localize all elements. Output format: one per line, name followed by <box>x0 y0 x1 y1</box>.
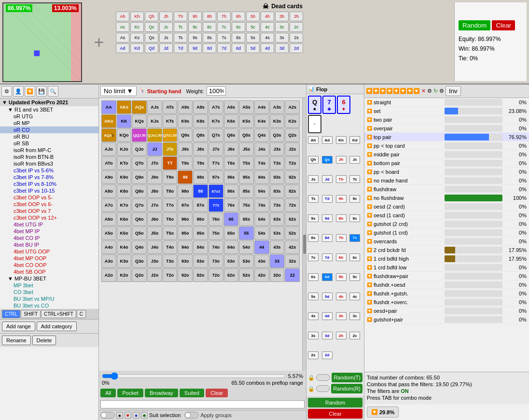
cell-95o[interactable]: 95o <box>178 226 193 240</box>
range-slider[interactable] <box>102 374 286 378</box>
card-js[interactable]: Js <box>159 33 173 42</box>
card-kh[interactable]: Kh <box>130 12 144 21</box>
card-3h[interactable]: 3h <box>275 12 289 21</box>
refresh-icon[interactable]: ↻ <box>433 88 438 94</box>
card-4s[interactable]: 4s <box>261 33 274 42</box>
cell-75s[interactable]: 75s <box>239 198 254 212</box>
mini-card-7h[interactable]: 7h <box>336 234 347 242</box>
cell-a9s[interactable]: A9s <box>178 100 193 114</box>
user-icon[interactable]: 👤 <box>13 86 24 97</box>
tree-node-c3bet-ip-7[interactable]: c3bet IP vs 7-8% <box>0 174 98 181</box>
card-6c[interactable]: 6c <box>232 22 245 32</box>
cell-q9s[interactable]: Q9s <box>178 128 193 142</box>
card-3d[interactable]: 3d <box>275 43 289 53</box>
mini-card-9d[interactable]: 9d <box>322 214 333 222</box>
tree-node-or-bu[interactable]: oR BU <box>0 133 98 140</box>
card-8h[interactable]: 8h <box>203 12 216 21</box>
cell-65o[interactable]: 65o <box>224 226 239 240</box>
mini-card-9h[interactable]: 9h <box>336 195 347 203</box>
cell-j9s[interactable]: J9s <box>178 142 193 156</box>
cell-95s[interactable]: 95s <box>239 170 254 184</box>
cell-t4o[interactable]: T4o <box>163 240 178 254</box>
mini-card-5c[interactable]: 5c <box>349 273 360 281</box>
cell-aqs[interactable]: AQs <box>132 100 147 114</box>
mini-card-4c[interactable]: 4c <box>349 293 360 300</box>
cell-q8o[interactable]: Q8o <box>132 184 147 198</box>
card-qd[interactable]: Qd <box>145 43 158 53</box>
cell-q7s[interactable]: Q7s <box>209 128 223 142</box>
mini-card-kd[interactable]: Kd <box>349 136 360 144</box>
cell-a9o[interactable]: A9o <box>101 170 116 184</box>
mini-card-6s[interactable]: 6s <box>308 273 319 281</box>
cell-73s[interactable]: 73s <box>270 198 285 212</box>
cell-a8o[interactable]: A8o <box>101 184 116 198</box>
tree-node-bu3bet-co[interactable]: BU 3bet vs CO <box>0 302 98 309</box>
cell-88[interactable]: 88 <box>193 184 208 198</box>
cell-k9o[interactable]: K9o <box>117 170 132 184</box>
filter-badge[interactable]: 🔽 29.8% <box>367 406 399 418</box>
card-4h[interactable]: 4h <box>261 12 274 21</box>
cell-52s[interactable]: 52s <box>285 226 300 240</box>
settings-icon[interactable]: ⚙ <box>1 86 12 97</box>
cell-q7o[interactable]: Q7o <box>132 198 147 212</box>
mini-card-2c[interactable]: 2c <box>349 332 360 339</box>
cell-ajo[interactable]: AJo <box>101 142 116 156</box>
mini-card-3c[interactable]: 3c <box>349 312 360 320</box>
cell-a3o[interactable]: A3o <box>101 254 116 268</box>
shift-key[interactable]: SHIFT <box>21 310 41 318</box>
board-card-q-spade[interactable]: Q ♠ <box>308 96 321 114</box>
stat-filter-icon-1h[interactable]: 🔽 <box>367 256 372 261</box>
cell-98s[interactable]: 98s <box>193 170 208 184</box>
weight-input[interactable] <box>207 86 226 96</box>
card-5h[interactable]: 5h <box>246 12 260 21</box>
stats-scroll[interactable]: 🔽 straight 0% 🔽 set 23.08% 🔽 two pair 0%… <box>364 98 529 372</box>
cell-q5o[interactable]: Q5o <box>132 226 147 240</box>
cell-t7s[interactable]: T7s <box>209 156 223 170</box>
card-th[interactable]: Th <box>174 12 187 21</box>
cell-93s[interactable]: 93s <box>270 170 285 184</box>
mini-card-qh[interactable]: Qh <box>308 156 319 164</box>
cell-j9o[interactable]: J9o <box>147 170 162 184</box>
random-board-btn[interactable]: Random <box>308 398 362 407</box>
clear-range-btn[interactable]: Clear <box>206 389 228 397</box>
card-7c[interactable]: 7c <box>217 22 231 32</box>
cell-j4o[interactable]: J4o <box>147 240 162 254</box>
cell-97o[interactable]: 97o <box>178 198 193 212</box>
board-card-6-diamond[interactable]: 6 ♦ <box>337 96 350 114</box>
tree-node-4bet-co[interactable]: 4bet CO IP <box>0 235 98 241</box>
gear-icon[interactable]: ⚙ <box>427 88 432 94</box>
tree-node-mp3bet[interactable]: MP 3bet <box>0 282 98 289</box>
card-ts[interactable]: Ts <box>174 33 187 42</box>
stat-filter-icon-2b[interactable]: 🔽 <box>367 248 372 252</box>
card-9c[interactable]: 9c <box>188 22 202 32</box>
cell-jto[interactable]: JTo <box>147 156 162 170</box>
cell-t8s[interactable]: T8s <box>193 156 208 170</box>
cell-q5s[interactable]: Q5s <box>239 128 254 142</box>
stat-filter-icon-top[interactable]: 🔽 <box>367 135 372 140</box>
cell-22[interactable]: 22 <box>285 268 300 282</box>
cell-82s[interactable]: 82s <box>285 184 300 198</box>
x-icon[interactable]: ✕ <box>421 88 426 94</box>
card-8s[interactable]: 8s <box>203 33 216 42</box>
cell-a3s[interactable]: A3s <box>270 100 285 114</box>
cell-66[interactable]: 66 <box>224 212 239 226</box>
mini-card-8d[interactable]: 8d <box>322 234 333 242</box>
cell-k8o[interactable]: K8o <box>117 184 132 198</box>
cell-j8s[interactable]: J8s <box>193 142 208 156</box>
cell-ato[interactable]: ATo <box>101 156 116 170</box>
stat-filter-icon-oesd2[interactable]: 🔽 <box>367 204 372 209</box>
card-7d[interactable]: 7d <box>217 43 231 53</box>
suit-toggle-track[interactable] <box>100 412 115 419</box>
cell-kk[interactable]: KK <box>117 114 132 128</box>
tree-node-bu3bet-mp[interactable]: BU 3bet vs MP/U <box>0 295 98 302</box>
stat-filter-icon-fd[interactable]: 🔽 <box>367 187 372 192</box>
card-td[interactable]: Td <box>174 43 187 53</box>
cell-aa[interactable]: AA <box>101 100 116 114</box>
mini-card-2h[interactable]: 2h <box>336 332 347 339</box>
card-6d[interactable]: 6d <box>232 43 245 53</box>
mini-card-kh[interactable]: Kh <box>336 136 347 144</box>
tree-node-or-co[interactable]: oR CO <box>0 126 98 133</box>
cell-94s[interactable]: 94s <box>254 170 269 184</box>
cell-94o[interactable]: 94o <box>178 240 193 254</box>
cell-76s[interactable]: 76s <box>224 198 239 212</box>
